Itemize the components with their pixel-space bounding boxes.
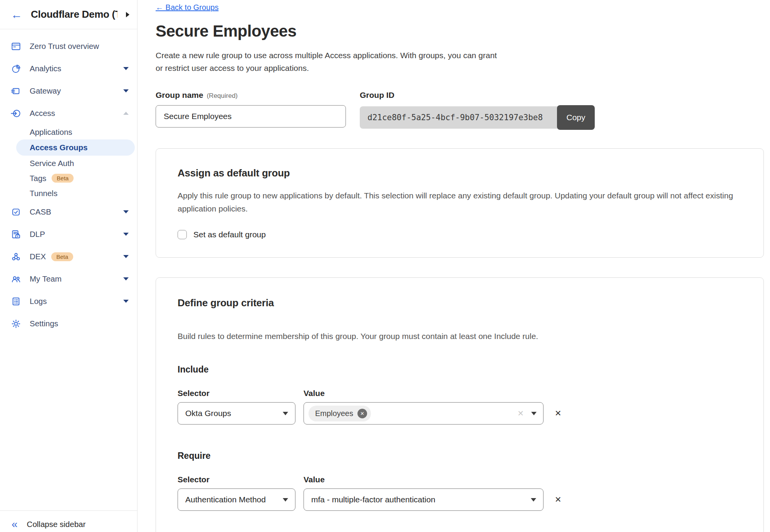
default-group-card: Assign as default group Apply this rule … xyxy=(156,148,764,258)
page-title: Secure Employees xyxy=(156,22,770,40)
sidebar-item-label: Gateway xyxy=(30,86,61,96)
access-login-icon xyxy=(11,108,21,119)
include-section-heading: Include xyxy=(178,364,742,375)
team-people-icon xyxy=(11,274,21,284)
overview-window-icon xyxy=(11,41,21,52)
include-selector-label: Selector xyxy=(178,389,210,398)
criteria-heading: Define group criteria xyxy=(178,297,742,309)
require-value-label: Value xyxy=(304,475,325,484)
chevron-down-icon[interactable] xyxy=(123,89,129,92)
require-selector-dropdown[interactable]: Authentication Method xyxy=(178,488,295,511)
sidebar-item-casb[interactable]: CASB xyxy=(0,201,137,223)
chevron-down-icon[interactable] xyxy=(123,210,129,213)
dlp-document-lock-icon xyxy=(11,229,21,240)
sidebar-item-label: DLP xyxy=(30,230,45,239)
sidebar-item-label: My Team xyxy=(30,274,62,284)
require-selector-label: Selector xyxy=(178,475,210,484)
page-description: Create a new rule group to use across mu… xyxy=(156,49,770,74)
remove-require-rule-icon[interactable]: ✕ xyxy=(555,495,562,504)
collapse-sidebar[interactable]: « Collapse sidebar xyxy=(0,510,137,532)
include-selector-value: Okta Groups xyxy=(185,409,231,418)
chevron-down-icon[interactable] xyxy=(123,277,129,280)
sidebar-item-access-groups[interactable]: Access Groups xyxy=(16,139,135,156)
back-to-groups-link[interactable]: ← Back to Groups xyxy=(156,3,218,12)
sidebar-item-analytics[interactable]: Analytics xyxy=(0,57,137,80)
sidebar-nav: Zero Trust overview Analytics Gateway Ac… xyxy=(0,29,137,510)
back-arrow-icon[interactable]: ← xyxy=(11,9,22,20)
gear-icon xyxy=(11,319,21,329)
sidebar-item-label: Access xyxy=(30,109,55,118)
collapse-sidebar-label: Collapse sidebar xyxy=(27,520,86,529)
beta-badge: Beta xyxy=(51,252,73,261)
include-value-multiselect[interactable]: Employees ✕ ✕ xyxy=(304,402,544,425)
group-name-label: Group name xyxy=(156,91,203,100)
value-chip: Employees ✕ xyxy=(309,406,371,421)
sidebar-item-service-auth[interactable]: Service Auth xyxy=(0,156,137,171)
copy-button[interactable]: Copy xyxy=(557,105,595,130)
chevron-down-icon xyxy=(283,498,288,502)
pie-chart-icon xyxy=(11,64,21,74)
chevron-up-icon[interactable] xyxy=(123,112,129,115)
chip-remove-icon[interactable]: ✕ xyxy=(357,409,367,418)
chevron-down-icon xyxy=(531,498,536,502)
sidebar-header: ← Cloudflare Demo (T... xyxy=(0,0,137,29)
expand-right-icon[interactable] xyxy=(126,12,129,17)
sidebar: ← Cloudflare Demo (T... Zero Trust overv… xyxy=(0,0,138,532)
sidebar-item-label: Analytics xyxy=(30,64,61,73)
dex-network-icon xyxy=(11,252,21,262)
sidebar-item-gateway[interactable]: Gateway xyxy=(0,80,137,102)
sidebar-item-dlp[interactable]: DLP xyxy=(0,223,137,245)
clear-values-icon[interactable]: ✕ xyxy=(517,409,524,418)
sidebar-subitem-label: Service Auth xyxy=(30,159,74,168)
include-selector-dropdown[interactable]: Okta Groups xyxy=(178,402,295,425)
sidebar-item-label: DEX xyxy=(30,252,46,261)
sidebar-item-dex[interactable]: DEX Beta xyxy=(0,245,137,268)
sidebar-item-label: Settings xyxy=(30,319,58,328)
chevron-down-icon[interactable] xyxy=(123,255,129,258)
sidebar-subitem-label: Tags xyxy=(30,174,46,183)
sidebar-item-my-team[interactable]: My Team xyxy=(0,268,137,290)
require-value-dropdown[interactable]: mfa - multiple-factor authentication xyxy=(304,488,544,511)
sidebar-item-zero-trust-overview[interactable]: Zero Trust overview xyxy=(0,35,137,57)
sidebar-subitem-label: Tunnels xyxy=(30,189,57,198)
require-section-heading: Require xyxy=(178,451,742,461)
sidebar-item-access[interactable]: Access xyxy=(0,102,137,124)
group-id-label: Group ID xyxy=(360,91,394,100)
sidebar-item-label: Logs xyxy=(30,297,47,306)
group-name-input[interactable] xyxy=(156,105,346,128)
sidebar-item-settings[interactable]: Settings xyxy=(0,312,137,335)
chevron-down-icon xyxy=(283,412,288,415)
group-id-field: Group ID d21ce80f-5a25-4bcf-9b07-5032197… xyxy=(360,91,595,130)
sidebar-item-tunnels[interactable]: Tunnels xyxy=(0,186,137,201)
collapse-chevrons-icon: « xyxy=(12,519,18,530)
logs-list-icon xyxy=(11,296,21,307)
require-rule-row: Authentication Method mfa - multiple-fac… xyxy=(178,488,742,511)
set-default-group-checkbox[interactable] xyxy=(178,230,187,239)
criteria-description: Build rules to determine membership of t… xyxy=(178,330,741,343)
sidebar-item-tags[interactable]: Tags Beta xyxy=(0,171,137,186)
group-id-value: d21ce80f-5a25-4bcf-9b07-5032197e3be8 xyxy=(360,106,558,129)
chevron-down-icon xyxy=(531,412,537,415)
default-group-description: Apply this rule group to new application… xyxy=(178,189,741,215)
gateway-icon xyxy=(11,86,21,96)
required-hint: (Required) xyxy=(207,92,238,100)
sidebar-item-label: Zero Trust overview xyxy=(30,42,99,51)
sidebar-subitem-label: Access Groups xyxy=(30,143,87,152)
chevron-down-icon[interactable] xyxy=(123,300,129,303)
sidebar-subitem-label: Applications xyxy=(30,128,72,137)
default-group-heading: Assign as default group xyxy=(178,167,742,179)
main-content: ← Back to Groups Secure Employees Create… xyxy=(138,0,770,532)
remove-include-rule-icon[interactable]: ✕ xyxy=(555,409,562,418)
casb-check-icon xyxy=(11,207,21,217)
chevron-down-icon[interactable] xyxy=(123,67,129,70)
set-default-group-row[interactable]: Set as default group xyxy=(178,230,742,239)
require-selector-value: Authentication Method xyxy=(185,495,266,504)
value-chip-label: Employees xyxy=(315,409,353,418)
sidebar-item-applications[interactable]: Applications xyxy=(0,124,137,139)
criteria-card: Define group criteria Build rules to det… xyxy=(156,277,764,532)
account-title[interactable]: Cloudflare Demo (T... xyxy=(31,8,117,20)
chevron-down-icon[interactable] xyxy=(123,233,129,236)
set-default-group-label: Set as default group xyxy=(193,230,266,239)
include-value-label: Value xyxy=(304,389,325,398)
sidebar-item-logs[interactable]: Logs xyxy=(0,290,137,312)
